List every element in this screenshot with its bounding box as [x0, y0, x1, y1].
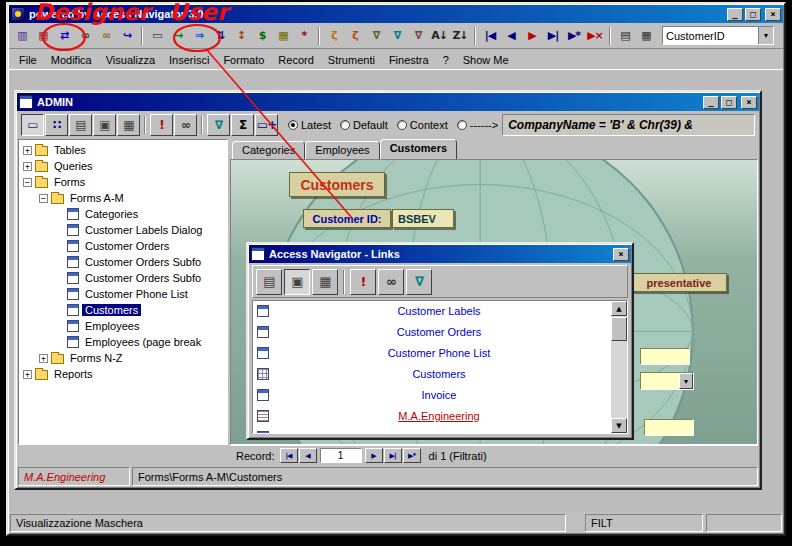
prev-record-button[interactable]: ◀	[299, 448, 317, 463]
expander-minus-icon[interactable]: −	[39, 194, 48, 203]
new-record-button[interactable]: ▶*	[403, 448, 421, 463]
menu-item-formato[interactable]: Formato	[216, 51, 271, 69]
next-record-icon[interactable]: ▶	[522, 26, 542, 46]
field-combo[interactable]: CustomerID ▾	[662, 26, 774, 45]
filter-icon[interactable]: ∇	[406, 269, 432, 295]
form-view-icon[interactable]: ▣	[284, 269, 310, 295]
binoculars-icon[interactable]: ∞	[75, 26, 95, 46]
menu-item-finestra[interactable]: Finestra	[382, 51, 436, 69]
menu-item-modifica[interactable]: Modifica	[44, 51, 99, 69]
record-number-input[interactable]: 1	[320, 448, 362, 463]
admin-minimize-icon[interactable]: _	[703, 96, 719, 109]
sort-asc-icon[interactable]: A↓	[429, 26, 449, 46]
tree-item-tables[interactable]: +Tables	[19, 142, 227, 158]
layers-icon[interactable]: ▤	[256, 269, 282, 295]
tree-item-customer-labels-dialog[interactable]: Customer Labels Dialog	[19, 222, 227, 238]
links-close-icon[interactable]: ×	[613, 248, 629, 261]
tab-categories[interactable]: Categories	[232, 141, 305, 159]
form-field-2[interactable]	[644, 419, 694, 436]
filter-edit-icon[interactable]: ∇	[366, 26, 386, 46]
links-scrollbar[interactable]: ▲ ▼	[611, 301, 627, 433]
tab-employees[interactable]: Employees	[305, 141, 379, 159]
radio-default[interactable]: Default	[340, 119, 388, 131]
tree-item-reports[interactable]: +Reports	[19, 366, 227, 382]
last-record-icon[interactable]: ▶|	[543, 26, 563, 46]
menu-item-record[interactable]: Record	[271, 51, 320, 69]
tree-item-forms-n-z[interactable]: +Forms N-Z	[19, 350, 227, 366]
hierarchy-icon[interactable]: ∷	[45, 114, 68, 136]
tab-customers[interactable]: Customers	[380, 139, 457, 159]
link-item-partial[interactable]	[253, 427, 611, 433]
calendar-icon[interactable]: ▦	[273, 26, 293, 46]
menu-item-file[interactable]: File	[12, 51, 44, 69]
datasheet-icon[interactable]: ▦	[312, 269, 338, 295]
menu-item-strumenti[interactable]: Strumenti	[321, 51, 382, 69]
delete-record-icon[interactable]: ▶×	[585, 26, 605, 46]
admin-maximize-icon[interactable]: □	[721, 96, 737, 109]
build-icon[interactable]: ▤	[615, 26, 635, 46]
expander-plus-icon[interactable]: +	[23, 162, 32, 171]
admin-close-icon[interactable]: ×	[741, 96, 757, 109]
run-macro-icon[interactable]: *	[294, 26, 314, 46]
first-record-icon[interactable]: |◀	[480, 26, 500, 46]
link-item-invoice[interactable]: Invoice	[253, 385, 611, 406]
filter-remove-icon[interactable]: ∇	[408, 26, 428, 46]
form-view-icon[interactable]: ▣	[93, 114, 116, 136]
menu-item-help[interactable]: ?	[436, 51, 456, 69]
find-icon[interactable]: ∞	[378, 269, 404, 295]
open-form-icon[interactable]: ▭	[147, 26, 167, 46]
alert-icon[interactable]: !	[150, 114, 173, 136]
link-item-m-a-engineering[interactable]: M.A.Engineering	[253, 406, 611, 427]
scroll-down-icon[interactable]: ▼	[611, 418, 627, 433]
field-combo-value[interactable]: CustomerID	[663, 30, 758, 42]
dropdown-icon[interactable]: ▾	[679, 373, 693, 389]
form-field-combo[interactable]: ▾	[640, 372, 694, 390]
customer-id-field[interactable]: BSBEV	[392, 209, 454, 228]
expander-plus-icon[interactable]: +	[23, 146, 32, 155]
radio-arrow[interactable]: ------>	[457, 119, 498, 131]
sum-icon[interactable]: Σ	[231, 114, 254, 136]
combo-dropdown-icon[interactable]: ▾	[758, 27, 773, 44]
link-item-customer-labels[interactable]: Customer Labels	[253, 301, 611, 322]
layers-icon[interactable]: ▤	[69, 114, 92, 136]
design-master-icon[interactable]: ▥	[12, 26, 32, 46]
first-record-button[interactable]: |◀	[280, 448, 298, 463]
tree-item-employees[interactable]: Employees	[19, 318, 227, 334]
tree-item-queries[interactable]: +Queries	[19, 158, 227, 174]
filter-apply-icon[interactable]: ∇	[387, 26, 407, 46]
new-form-icon[interactable]: ▭+	[255, 114, 278, 136]
scroll-up-icon[interactable]: ▲	[611, 301, 627, 316]
minimize-icon[interactable]: _	[727, 8, 743, 21]
datasheet-icon[interactable]: ▦	[117, 114, 140, 136]
expander-plus-icon[interactable]: +	[39, 354, 48, 363]
goto-form-icon[interactable]: ↪	[117, 26, 137, 46]
expander-minus-icon[interactable]: −	[23, 178, 32, 187]
find-icon[interactable]: ∞	[174, 114, 197, 136]
form-select-icon[interactable]: ▭	[21, 114, 44, 136]
new-record-icon[interactable]: ▶*	[564, 26, 584, 46]
next-record-button[interactable]: ▶	[365, 448, 383, 463]
sort-updown-icon[interactable]: ⇅	[210, 26, 230, 46]
renumber-icon[interactable]: ↕	[231, 26, 251, 46]
scroll-thumb[interactable]	[611, 317, 627, 341]
radio-latest[interactable]: Latest	[288, 119, 331, 131]
tree-item-customer-phone-list[interactable]: Customer Phone List	[19, 286, 227, 302]
next-form-icon[interactable]: →	[168, 26, 188, 46]
currency-icon[interactable]: $	[252, 26, 272, 46]
tree-item-customer-orders[interactable]: Customer Orders	[19, 238, 227, 254]
tree-item-customers[interactable]: Customers	[19, 302, 227, 318]
menu-item-show-me[interactable]: Show Me	[456, 51, 516, 69]
prev-record-icon[interactable]: ◀	[501, 26, 521, 46]
menu-item-visualizza[interactable]: Visualizza	[99, 51, 162, 69]
tree-item-categories[interactable]: Categories	[19, 206, 227, 222]
tree-item-employees-page-break[interactable]: Employees (page break	[19, 334, 227, 350]
preview-icon[interactable]: ∞	[96, 26, 116, 46]
datasheet-icon[interactable]: ▦	[636, 26, 656, 46]
user-mode-icon[interactable]: ⇒	[189, 26, 209, 46]
tree-item-customer-orders-subfo[interactable]: Customer Orders Subfo	[19, 254, 227, 270]
radio-context[interactable]: Context	[397, 119, 448, 131]
link-item-customer-phone-list[interactable]: Customer Phone List	[253, 343, 611, 364]
filter-icon[interactable]: ∇	[207, 114, 230, 136]
menu-item-inserisci[interactable]: Inserisci	[162, 51, 216, 69]
maximize-icon[interactable]: □	[745, 8, 761, 21]
